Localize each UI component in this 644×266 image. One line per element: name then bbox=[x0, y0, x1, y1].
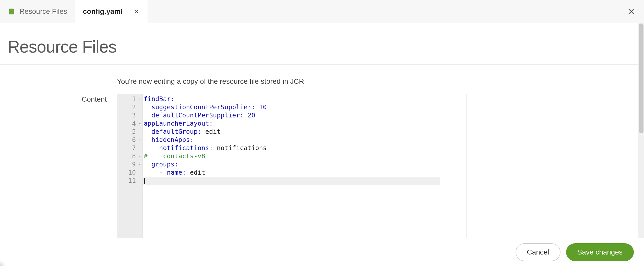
cancel-button[interactable]: Cancel bbox=[516, 243, 560, 261]
gutter-line: 7 bbox=[117, 144, 142, 152]
tab-config-yaml[interactable]: config.yaml bbox=[75, 0, 148, 23]
tab-bar: Resource Files config.yaml bbox=[0, 0, 644, 23]
gutter-line: 5 bbox=[117, 128, 142, 136]
content-label: Content bbox=[13, 94, 117, 103]
code-line[interactable]: suggestionCountPerSupplier: 10 bbox=[143, 103, 440, 111]
code-line[interactable]: findBar: bbox=[143, 95, 440, 103]
code-line[interactable]: groups: bbox=[143, 160, 440, 168]
code-line[interactable]: defaultCountPerSupplier: 20 bbox=[143, 111, 440, 119]
code-line[interactable] bbox=[143, 177, 440, 185]
fold-marker-icon[interactable]: ▾ bbox=[139, 152, 141, 160]
page-title: Resource Files bbox=[8, 37, 631, 56]
gutter-line: 3 bbox=[117, 111, 142, 119]
footer: Cancel Save changes bbox=[0, 238, 644, 266]
gutter-line: 8▾ bbox=[117, 152, 142, 160]
code-line[interactable]: defaultGroup: edit bbox=[143, 128, 440, 136]
tab-resource-files[interactable]: Resource Files bbox=[0, 0, 75, 23]
editor-right-rail bbox=[440, 94, 467, 238]
info-text: You're now editing a copy of the resourc… bbox=[117, 77, 626, 86]
code-editor[interactable]: 1▾234▾56▾78▾9▾1011 findBar: suggestionCo… bbox=[117, 94, 467, 238]
code-line[interactable]: appLauncherLayout: bbox=[143, 119, 440, 128]
editor-gutter: 1▾234▾56▾78▾9▾1011 bbox=[117, 94, 143, 238]
fold-marker-icon[interactable]: ▾ bbox=[139, 160, 141, 168]
code-line[interactable]: notifications: notifications bbox=[143, 144, 440, 152]
content-row: Content 1▾234▾56▾78▾9▾1011 findBar: sugg… bbox=[13, 94, 626, 238]
gutter-line: 4▾ bbox=[117, 119, 142, 128]
tab-label: config.yaml bbox=[83, 7, 123, 16]
close-tab-icon[interactable] bbox=[133, 8, 140, 15]
code-line[interactable]: # contacts-v8 bbox=[143, 152, 440, 160]
page-header: Resource Files bbox=[0, 23, 638, 65]
gutter-line: 2 bbox=[117, 103, 142, 111]
fold-marker-icon[interactable]: ▾ bbox=[139, 136, 141, 144]
main-area: Resource Files You're now editing a copy… bbox=[0, 23, 644, 238]
gutter-line: 10 bbox=[117, 168, 142, 177]
tab-label: Resource Files bbox=[19, 7, 67, 16]
editor-code-area[interactable]: findBar: suggestionCountPerSupplier: 10 … bbox=[143, 94, 440, 238]
content-wrapper: You're now editing a copy of the resourc… bbox=[0, 65, 638, 238]
editor-cursor bbox=[144, 178, 145, 184]
fold-marker-icon[interactable]: ▾ bbox=[139, 119, 141, 128]
code-line[interactable]: hiddenApps: bbox=[143, 136, 440, 144]
gutter-line: 9▾ bbox=[117, 160, 142, 168]
gutter-line: 1▾ bbox=[117, 95, 142, 103]
fold-marker-icon[interactable]: ▾ bbox=[139, 95, 141, 103]
save-button[interactable]: Save changes bbox=[566, 243, 634, 261]
gutter-line: 6▾ bbox=[117, 136, 142, 144]
scrollbar-thumb[interactable] bbox=[639, 23, 643, 133]
close-panel-icon[interactable] bbox=[624, 0, 639, 23]
code-line[interactable]: - name: edit bbox=[143, 168, 440, 177]
gutter-line: 11 bbox=[117, 177, 142, 185]
file-icon bbox=[8, 7, 16, 16]
